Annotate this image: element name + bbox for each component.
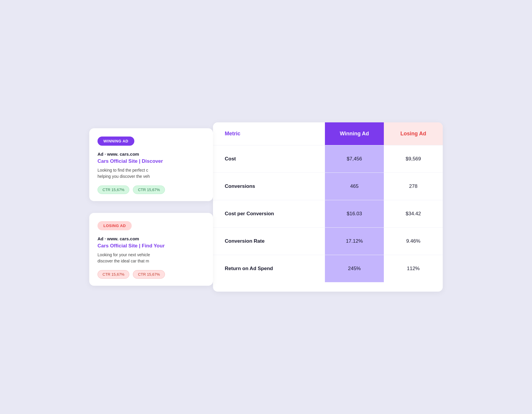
losing-value: 278 [384, 173, 443, 200]
losing-ad-description: Looking for your next vehicle discover t… [98, 252, 205, 264]
main-container: WINNING AD Ad · www. cars.com Cars Offic… [89, 122, 443, 292]
table-row: Conversions 465 278 [213, 172, 443, 200]
losing-tag-2: CTR 15,67% [133, 270, 165, 279]
winning-ad-card: WINNING AD Ad · www. cars.com Cars Offic… [89, 128, 213, 201]
losing-value: 9.46% [384, 228, 443, 255]
winning-value: $16.03 [325, 200, 384, 227]
winning-ad-title: Cars Official Site | Discover [98, 158, 205, 164]
losing-ad-tags: CTR 15,67% CTR 15,67% [98, 270, 205, 279]
header-winning: Winning Ad [325, 122, 384, 145]
table-row: Return on Ad Spend 245% 112% [213, 255, 443, 282]
winning-tag-2: CTR 15,67% [133, 185, 165, 194]
table-header: Metric Winning Ad Losing Ad [213, 122, 443, 145]
table-body: Cost $7,456 $9,569 Conversions 465 278 C… [213, 145, 443, 282]
winning-ad-tags: CTR 15,67% CTR 15,67% [98, 185, 205, 194]
table-row: Cost per Conversion $16.03 $34.42 [213, 200, 443, 227]
winning-badge: WINNING AD [98, 137, 134, 146]
winning-value: 245% [325, 255, 384, 282]
losing-value: $9,569 [384, 145, 443, 172]
table-row: Cost $7,456 $9,569 [213, 145, 443, 172]
winning-ad-description: Looking to find the perfect c helping yo… [98, 167, 205, 180]
metric-label: Conversion Rate [213, 228, 325, 255]
winning-value: $7,456 [325, 145, 384, 172]
losing-value: 112% [384, 255, 443, 282]
metric-label: Conversions [213, 173, 325, 200]
metric-label: Cost per Conversion [213, 200, 325, 227]
winning-value: 17.12% [325, 228, 384, 255]
metric-label: Return on Ad Spend [213, 255, 325, 282]
winning-value: 465 [325, 173, 384, 200]
losing-ad-url: Ad · www. cars.com [98, 236, 205, 241]
losing-value: $34.42 [384, 200, 443, 227]
losing-badge: LOSING AD [98, 221, 132, 230]
losing-ad-card: LOSING AD Ad · www. cars.com Cars Offici… [89, 213, 213, 286]
comparison-table: Metric Winning Ad Losing Ad Cost $7,456 … [213, 122, 443, 292]
ads-panel: WINNING AD Ad · www. cars.com Cars Offic… [89, 122, 213, 292]
winning-ad-url: Ad · www. cars.com [98, 152, 205, 157]
header-losing: Losing Ad [384, 122, 443, 145]
metric-label: Cost [213, 145, 325, 172]
header-metric: Metric [213, 122, 325, 145]
table-row: Conversion Rate 17.12% 9.46% [213, 227, 443, 255]
winning-tag-1: CTR 15,67% [98, 185, 129, 194]
losing-ad-title: Cars Official Site | Find Your [98, 243, 205, 249]
losing-tag-1: CTR 15,67% [98, 270, 129, 279]
